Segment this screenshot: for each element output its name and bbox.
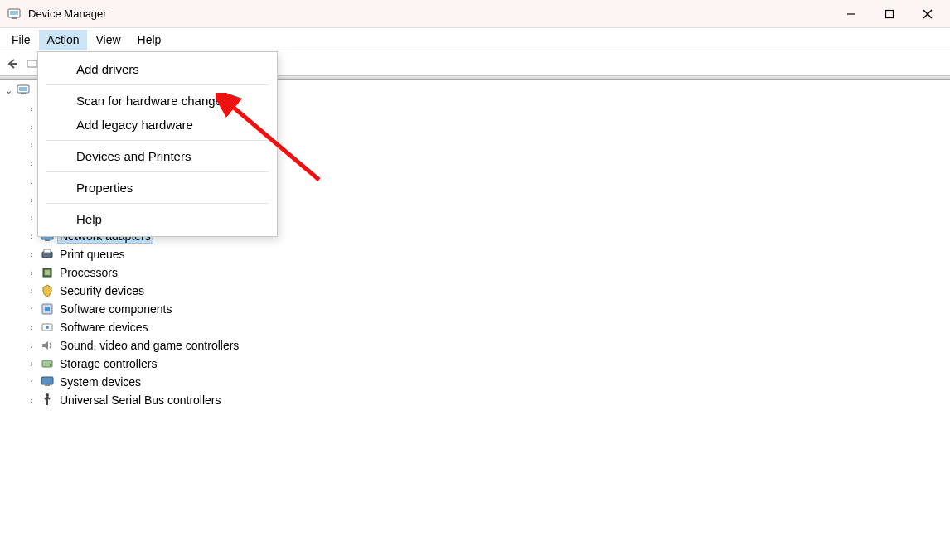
expand-icon[interactable]: ›: [27, 287, 36, 296]
menu-separator: [46, 140, 269, 141]
expand-icon[interactable]: ›: [27, 378, 36, 387]
toolbar-back-button[interactable]: [3, 55, 22, 73]
sw-comp-icon: [40, 302, 55, 316]
svg-point-40: [50, 364, 51, 366]
tree-item-label: Storage controllers: [58, 357, 159, 370]
tree-item[interactable]: ›Print queues: [3, 245, 950, 263]
svg-rect-41: [41, 377, 53, 384]
svg-rect-31: [45, 239, 50, 241]
svg-rect-35: [45, 270, 50, 275]
tree-item[interactable]: ›Storage controllers: [3, 355, 950, 373]
menu-add-drivers[interactable]: Add drivers: [38, 57, 277, 81]
expand-icon[interactable]: ›: [27, 341, 36, 350]
tree-item-label: Security devices: [58, 284, 146, 297]
expand-icon[interactable]: ›: [27, 123, 36, 132]
tree-item-label: Software devices: [58, 321, 150, 334]
expand-icon[interactable]: ›: [27, 360, 36, 369]
maximize-button[interactable]: [870, 0, 909, 28]
svg-point-38: [46, 326, 49, 329]
tree-item-label: Sound, video and game controllers: [58, 339, 240, 352]
title-bar: Device Manager: [0, 0, 950, 28]
menu-separator: [46, 171, 269, 172]
expand-icon[interactable]: ›: [27, 268, 36, 278]
svg-rect-8: [27, 60, 37, 67]
sw-dev-icon: [40, 320, 55, 335]
tree-item-label: System devices: [58, 375, 143, 389]
svg-rect-11: [21, 93, 26, 94]
computer-icon: [16, 83, 31, 98]
svg-rect-7: [9, 63, 17, 65]
sound-icon: [40, 338, 55, 353]
storage-icon: [40, 356, 55, 371]
menu-separator: [46, 203, 269, 204]
menu-properties[interactable]: Properties: [38, 176, 277, 200]
expand-icon[interactable]: ›: [27, 323, 36, 332]
close-button[interactable]: [909, 0, 947, 28]
expand-icon[interactable]: ›: [27, 177, 36, 186]
expand-icon[interactable]: ›: [27, 214, 36, 223]
menu-action[interactable]: Action: [39, 30, 88, 50]
tree-item[interactable]: ›Security devices: [3, 282, 950, 300]
expand-icon[interactable]: ›: [27, 159, 36, 168]
svg-rect-10: [19, 87, 27, 91]
menu-file[interactable]: File: [3, 30, 39, 50]
expand-icon[interactable]: ›: [27, 141, 36, 150]
expand-icon[interactable]: ›: [27, 396, 36, 405]
printer-icon: [40, 247, 55, 262]
menu-help-item[interactable]: Help: [38, 207, 277, 231]
svg-rect-2: [12, 17, 17, 19]
expand-icon[interactable]: ›: [27, 305, 36, 314]
tree-item[interactable]: ›Sound, video and game controllers: [3, 336, 950, 355]
tree-item[interactable]: ›Processors: [3, 263, 950, 282]
expand-icon[interactable]: ›: [27, 104, 36, 113]
expand-icon[interactable]: ›: [27, 250, 36, 259]
menu-view[interactable]: View: [87, 30, 128, 50]
tree-item-label: Software components: [58, 302, 173, 316]
menu-devices-printers[interactable]: Devices and Printers: [38, 144, 277, 168]
cpu-icon: [40, 265, 55, 280]
tree-item-label: Print queues: [58, 248, 127, 261]
tree-item[interactable]: ›Universal Serial Bus controllers: [3, 391, 950, 409]
svg-rect-4: [886, 10, 894, 17]
svg-rect-33: [44, 249, 51, 253]
app-icon: [7, 7, 22, 22]
expand-icon[interactable]: ›: [27, 196, 36, 205]
tree-item[interactable]: ›System devices: [3, 373, 950, 391]
usb-icon: [40, 393, 55, 408]
tree-item-label: Universal Serial Bus controllers: [58, 393, 223, 407]
menu-separator: [46, 84, 269, 85]
security-icon: [40, 283, 55, 298]
expand-icon[interactable]: ›: [27, 232, 36, 241]
collapse-icon[interactable]: ⌄: [5, 85, 12, 96]
menu-bar: File Action View Help: [0, 28, 950, 51]
svg-point-43: [46, 393, 49, 397]
minimize-button[interactable]: [832, 0, 870, 28]
action-dropdown: Add drivers Scan for hardware changes Ad…: [37, 51, 278, 237]
window-title: Device Manager: [28, 7, 832, 20]
tree-item[interactable]: ›Software components: [3, 300, 950, 318]
tree-item-label: Processors: [58, 266, 119, 279]
system-icon: [40, 374, 55, 389]
window-controls: [832, 0, 947, 28]
svg-rect-42: [45, 384, 50, 386]
menu-scan-hardware[interactable]: Scan for hardware changes: [38, 89, 277, 113]
menu-add-legacy[interactable]: Add legacy hardware: [38, 113, 277, 137]
svg-rect-1: [10, 11, 18, 15]
menu-help[interactable]: Help: [129, 30, 170, 50]
tree-item[interactable]: ›Software devices: [3, 318, 950, 336]
